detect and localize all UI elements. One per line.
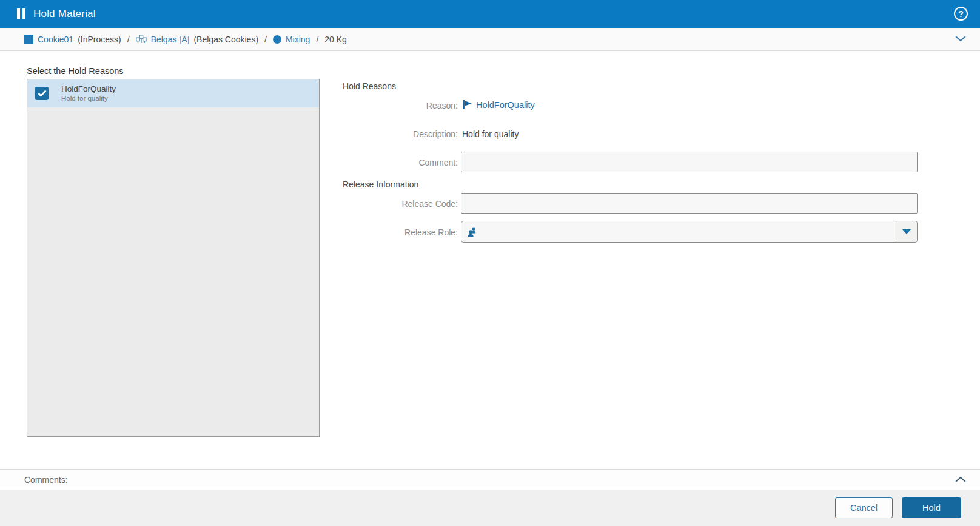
comments-expand-chevron-up-icon[interactable] <box>955 475 967 485</box>
hold-button[interactable]: Hold <box>902 497 961 518</box>
reason-value: HoldForQuality <box>476 100 535 110</box>
breadcrumb-separator: / <box>264 35 267 44</box>
breadcrumb-operation-link[interactable]: Mixing <box>286 35 310 44</box>
breadcrumb-collapse-chevron-down-icon[interactable] <box>955 34 967 44</box>
release-code-input[interactable] <box>461 193 918 214</box>
release-information-section-header: Release Information <box>343 180 418 189</box>
hold-reasons-list[interactable]: HoldForQuality Hold for quality <box>27 79 320 437</box>
title-bar: Hold Material ? <box>0 0 980 28</box>
breadcrumb-quantity: 20 Kg <box>324 35 347 44</box>
comment-label: Comment: <box>327 158 458 167</box>
breadcrumb-operation: Mixing <box>273 35 310 44</box>
hold-pause-icon <box>17 8 25 19</box>
release-role-input[interactable] <box>478 221 896 242</box>
equipment-icon <box>136 35 147 44</box>
material-icon <box>24 35 33 44</box>
breadcrumb-separator: / <box>316 35 318 44</box>
select-hold-reasons-label: Select the Hold Reasons <box>27 66 124 76</box>
description-label: Description: <box>327 129 458 139</box>
reason-label: Reason: <box>327 101 458 110</box>
breadcrumb-material-status: (InProcess) <box>78 35 121 44</box>
breadcrumb-equipment-status: (Belgas Cookies) <box>193 35 258 44</box>
checkbox-checked-icon[interactable] <box>35 87 49 100</box>
comments-label: Comments: <box>24 475 68 485</box>
release-role-dropdown-button[interactable] <box>896 221 917 242</box>
description-value: Hold for quality <box>462 129 519 139</box>
dropdown-triangle-icon <box>902 229 911 234</box>
hold-reason-description: Hold for quality <box>61 94 116 103</box>
hold-reason-list-item[interactable]: HoldForQuality Hold for quality <box>27 79 319 107</box>
flag-icon <box>462 99 472 110</box>
release-code-label: Release Code: <box>327 199 458 209</box>
release-role-label: Release Role: <box>327 228 458 237</box>
hold-reason-name: HoldForQuality <box>61 84 116 94</box>
operation-icon <box>273 35 281 44</box>
footer: Cancel Hold <box>0 490 980 526</box>
comments-bar: Comments: <box>0 469 980 490</box>
breadcrumb-material-link[interactable]: Cookie01 <box>38 35 73 44</box>
breadcrumb-equipment-link[interactable]: Belgas [A] <box>151 35 190 44</box>
help-icon[interactable]: ? <box>954 7 968 21</box>
breadcrumb-separator: / <box>127 35 130 44</box>
page-title: Hold Material <box>33 8 96 20</box>
breadcrumb-equipment: Belgas [A] (Belgas Cookies) <box>136 35 258 44</box>
cancel-button[interactable]: Cancel <box>835 497 893 518</box>
hold-reasons-section-header: Hold Reasons <box>343 81 396 91</box>
breadcrumb: Cookie01 (InProcess) / Belgas [A] (Belga… <box>0 28 980 51</box>
breadcrumb-material: Cookie01 (InProcess) <box>24 35 121 44</box>
people-icon <box>461 221 478 242</box>
release-role-field[interactable] <box>461 221 918 243</box>
comment-input[interactable] <box>461 152 918 172</box>
